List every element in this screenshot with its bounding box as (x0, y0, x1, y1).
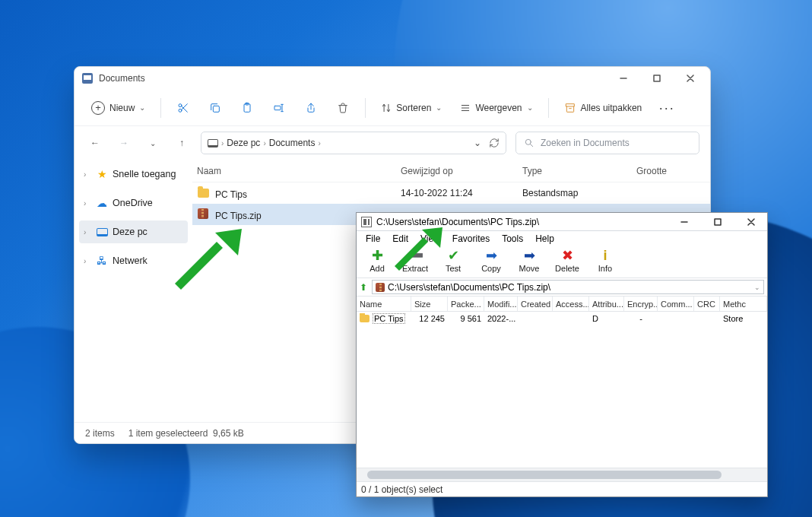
menu-view[interactable]: View (414, 232, 446, 246)
share-button[interactable] (297, 95, 325, 121)
sidebar-label: Snelle toegang (113, 169, 176, 179)
breadcrumb-root[interactable]: Deze pc (227, 138, 260, 148)
explorer-toolbar: + Nieuw ⌄ Sorteren ⌄ Wee (75, 90, 710, 126)
col-method[interactable]: Methc (720, 297, 767, 311)
cut-button[interactable] (169, 95, 198, 121)
extract-icon: ➖ (407, 248, 423, 263)
sevenzip-titlebar[interactable]: C:\Users\stefan\Documents\PC Tips.zip\ (357, 213, 767, 231)
menu-tools[interactable]: Tools (496, 232, 529, 246)
sidebar-item-network[interactable]: › 🖧 Netwerk (79, 249, 188, 272)
col-accessed[interactable]: Access... (553, 297, 589, 311)
recent-button[interactable]: ⌄ (143, 133, 163, 153)
folder-icon (360, 315, 370, 322)
clipboard-icon (241, 102, 253, 114)
tb-copy[interactable]: ➡Copy (474, 248, 509, 273)
col-name[interactable]: Naam (192, 166, 396, 176)
tb-add[interactable]: ✚Add (360, 248, 395, 273)
col-size[interactable]: Grootte (632, 166, 710, 176)
breadcrumb-folder[interactable]: Documents (269, 138, 316, 148)
share-icon (305, 102, 317, 114)
new-button[interactable]: + Nieuw ⌄ (84, 95, 153, 121)
tb-label: Move (519, 264, 540, 273)
scissors-icon (177, 102, 189, 114)
minimize-button[interactable] (607, 67, 640, 90)
menu-favorites[interactable]: Favorites (446, 232, 496, 246)
refresh-icon[interactable] (489, 138, 500, 148)
menu-edit[interactable]: Edit (386, 232, 414, 246)
minimize-button[interactable] (670, 213, 699, 231)
col-packed[interactable]: Packe... (448, 297, 484, 311)
item-method: Store (720, 314, 767, 323)
menu-file[interactable]: File (360, 232, 386, 246)
archive-row[interactable]: PC Tips 12 245 9 561 2022-... D - Store (357, 312, 767, 325)
forward-button[interactable]: → (114, 133, 134, 153)
search-icon (524, 138, 534, 148)
file-name: PC Tips (215, 189, 247, 200)
up-icon[interactable]: ⬆ (360, 282, 367, 293)
maximize-button[interactable] (640, 67, 674, 90)
close-button[interactable] (737, 213, 766, 231)
arrow-right-icon: ➡ (486, 248, 497, 263)
sidebar-label: Netwerk (113, 255, 147, 266)
col-crc[interactable]: CRC (694, 297, 720, 311)
col-attributes[interactable]: Attribu... (589, 297, 624, 311)
item-attrib: D (589, 314, 624, 323)
horizontal-scrollbar[interactable] (357, 468, 767, 481)
col-created[interactable]: Created (518, 297, 553, 311)
rename-button[interactable] (265, 95, 293, 121)
view-button[interactable]: Weergeven ⌄ (452, 95, 540, 121)
view-label: Weergeven (475, 103, 522, 113)
up-button[interactable]: ↑ (172, 133, 192, 153)
breadcrumb[interactable]: › Deze pc › Documents › ⌄ (201, 132, 506, 154)
zip-icon (198, 208, 208, 219)
col-type[interactable]: Type (518, 166, 632, 176)
menu-help[interactable]: Help (529, 232, 560, 246)
copy-button[interactable] (201, 95, 230, 121)
path-input[interactable]: C:\Users\stefan\Documents\PC Tips.zip\ ⌄ (372, 280, 764, 294)
more-button[interactable]: ··· (652, 95, 681, 121)
tb-extract[interactable]: ➖Extract (398, 248, 433, 273)
tb-label: Extract (402, 264, 428, 273)
documents-icon (82, 73, 93, 84)
chevron-right-icon: › (84, 228, 91, 236)
chevron-right-icon: › (84, 257, 91, 265)
file-row[interactable]: PC Tips 14-10-2022 11:24 Bestandsmap (192, 182, 710, 204)
file-type: Bestandsmap (518, 188, 632, 198)
chevron-down-icon[interactable]: ⌄ (754, 284, 760, 291)
sidebar-item-this-pc[interactable]: › Deze pc (79, 220, 188, 243)
tb-info[interactable]: iInfo (588, 248, 623, 273)
chevron-right-icon: › (263, 139, 265, 147)
tb-test[interactable]: ✔Test (436, 248, 471, 273)
col-encrypted[interactable]: Encryp... (624, 297, 658, 311)
col-name[interactable]: Name (357, 297, 411, 311)
col-comment[interactable]: Comm... (658, 297, 694, 311)
sidebar-item-onedrive[interactable]: › ☁ OneDrive (79, 192, 188, 214)
delete-button[interactable] (328, 95, 357, 121)
extract-all-button[interactable]: Alles uitpakken (557, 95, 650, 121)
maximize-button[interactable] (703, 213, 732, 231)
file-name: PC Tips.zip (215, 211, 262, 221)
tb-move[interactable]: ➡Move (512, 248, 547, 273)
item-size: 12 245 (411, 314, 448, 323)
chevron-right-icon: › (221, 139, 224, 147)
svg-rect-6 (274, 106, 281, 109)
info-icon: i (603, 248, 607, 263)
paste-button[interactable] (233, 95, 262, 121)
sort-button[interactable]: Sorteren ⌄ (373, 95, 449, 121)
col-modified[interactable]: Gewijzigd op (396, 166, 518, 176)
list-icon (460, 103, 471, 113)
explorer-titlebar[interactable]: Documents (75, 67, 710, 90)
tb-label: Info (598, 264, 612, 273)
sidebar-item-quick-access[interactable]: › ★ Snelle toegang (79, 163, 188, 186)
sidebar-label: Deze pc (113, 227, 147, 237)
search-input[interactable]: Zoeken in Documents (515, 132, 699, 154)
chevron-right-icon: › (318, 139, 320, 147)
check-icon: ✔ (448, 248, 459, 263)
back-button[interactable]: ← (85, 133, 105, 153)
col-size[interactable]: Size (411, 297, 448, 311)
col-modified[interactable]: Modifi... (484, 297, 518, 311)
close-button[interactable] (674, 67, 707, 90)
tb-delete[interactable]: ✖Delete (550, 248, 585, 273)
zip-icon (376, 283, 385, 292)
breadcrumb-dropdown[interactable]: ⌄ (474, 138, 481, 148)
